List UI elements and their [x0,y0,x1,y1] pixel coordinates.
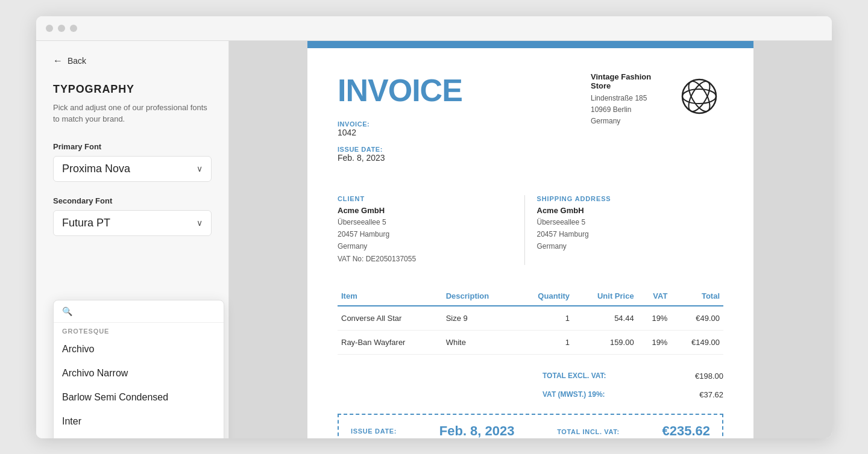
browser-window: ← Back TYPOGRAPHY Pick and adjust one of… [36,16,832,438]
shipping-addr3: Germany [537,240,712,252]
total-excl-value: €198.00 [695,372,723,381]
secondary-font-chevron-icon: ∨ [197,218,203,228]
shipping-company: Acme GmbH [537,206,712,215]
primary-font-chevron-icon: ∨ [197,164,203,173]
client-addr3: Germany [338,240,512,252]
font-option-archivo[interactable]: Archivo [54,337,224,361]
secondary-font-value: Futura PT [62,217,110,229]
company-address-line1: Lindenstraße 185 [591,93,663,104]
row2-desc: White [442,331,516,355]
invoice-table-head: Item Description Quantity Unit Price VAT… [338,287,723,306]
font-option-archivo-narrow[interactable]: Archivo Narrow [54,361,224,385]
shipping-address-block: SHIPPING ADDRESS Acme GmbH Überseeallee … [524,195,724,266]
row2-vat: 19% [638,331,671,355]
client-company: Acme GmbH [338,206,512,215]
col-unit-price: Unit Price [573,287,638,306]
total-excl-label: TOTAL EXCL. VAT: [542,372,606,381]
footer-date: Feb. 8, 2023 [439,423,515,438]
font-option-barlow[interactable]: Barlow Semi Condensed [54,385,224,409]
col-vat: VAT [638,287,671,306]
section-desc: Pick and adjust one of our professional … [53,102,212,125]
table-header-row: Item Description Quantity Unit Price VAT… [338,287,723,306]
issue-date-label: ISSUE DATE: [338,146,579,153]
invoice-table-body: Converse All Star Size 9 1 54.44 19% €49… [338,306,723,355]
vat-value: €37.62 [699,390,723,399]
primary-font-select[interactable]: Proxima Nova ∨ [53,156,212,182]
secondary-font-label: Secondary Font [53,196,212,205]
company-address-line3: Germany [591,116,663,127]
invoice-header-center: Vintage Fashion Store Lindenstraße 185 1… [579,72,675,128]
font-dropdown: 🔍 GROTESQUE Archivo Archivo Narrow Barlo… [53,300,224,438]
primary-font-value: Proxima Nova [62,163,130,175]
client-address-detail: Überseeallee 5 20457 Hamburg Germany VAT… [338,216,512,266]
search-icon: 🔍 [62,306,72,316]
font-option-karla[interactable]: Karla [54,434,224,438]
vat-row: VAT (MWST.) 19%: €37.62 [542,385,723,404]
invoice-addresses: CLIENT Acme GmbH Überseeallee 5 20457 Ha… [338,195,723,266]
client-addr1: Überseeallee 5 [338,216,512,228]
invoice-container: INVOICE INVOICE: 1042 ISSUE DATE: Feb. 8… [307,41,753,438]
company-name: Vintage Fashion Store [591,72,663,90]
row1-total: €49.00 [671,306,723,331]
table-row: Converse All Star Size 9 1 54.44 19% €49… [338,306,723,331]
secondary-font-select[interactable]: Futura PT ∨ [53,210,212,236]
invoice-totals: TOTAL EXCL. VAT: €198.00 VAT (MWST.) 19%… [338,367,723,404]
browser-chrome [36,16,832,41]
browser-dot-yellow [58,25,65,32]
col-description: Description [442,287,516,306]
dropdown-search-input[interactable] [77,306,215,316]
client-label: CLIENT [338,195,512,202]
row1-desc: Size 9 [442,306,516,331]
back-button[interactable]: ← Back [53,55,212,66]
browser-body: ← Back TYPOGRAPHY Pick and adjust one of… [36,41,832,438]
right-panel: INVOICE INVOICE: 1042 ISSUE DATE: Feb. 8… [229,41,832,438]
row2-total: €149.00 [671,331,723,355]
row1-vat: 19% [638,306,671,331]
footer-total-label: TOTAL INCL. VAT: [557,428,620,435]
row2-price: 159.00 [573,331,638,355]
company-address-line2: 10969 Berlin [591,104,663,116]
shipping-addr1: Überseeallee 5 [537,216,712,228]
invoice-paper: INVOICE INVOICE: 1042 ISSUE DATE: Feb. 8… [307,48,753,438]
invoice-number-label: INVOICE: [338,120,579,128]
row1-qty: 1 [516,306,573,331]
section-title: TYPOGRAPHY [53,83,212,96]
client-addr2: 20457 Hamburg [338,228,512,240]
company-address: Lindenstraße 185 10969 Berlin Germany [591,93,663,128]
browser-dot-green [70,25,77,32]
back-arrow-icon: ← [53,55,63,66]
primary-font-label: Primary Font [53,142,212,151]
invoice-number: 1042 [338,128,579,137]
footer-total-section: TOTAL INCL. VAT: [557,426,620,437]
company-logo [675,72,723,120]
table-row: Ray-Ban Wayfarer White 1 159.00 19% €149… [338,331,723,355]
row2-qty: 1 [516,331,573,355]
left-panel: ← Back TYPOGRAPHY Pick and adjust one of… [36,41,229,438]
dropdown-category-label: GROTESQUE [54,323,224,337]
client-address-block: CLIENT Acme GmbH Überseeallee 5 20457 Ha… [338,195,524,266]
invoice-header-left: INVOICE INVOICE: 1042 ISSUE DATE: Feb. 8… [338,72,579,171]
footer-issue-label: ISSUE DATE: [351,428,397,435]
shipping-address-detail: Überseeallee 5 20457 Hamburg Germany [537,216,712,253]
footer-issue-section: ISSUE DATE: [351,428,397,435]
dropdown-search-container: 🔍 [54,300,224,323]
invoice-blue-bar [307,41,753,48]
col-item: Item [338,287,442,306]
invoice-header: INVOICE INVOICE: 1042 ISSUE DATE: Feb. 8… [338,72,723,171]
col-total: Total [671,287,723,306]
client-vat: VAT No: DE2050137055 [338,253,512,265]
row1-price: 54.44 [573,306,638,331]
shipping-addr2: 20457 Hamburg [537,228,712,240]
issue-date: Feb. 8, 2023 [338,153,579,163]
total-excl-row: TOTAL EXCL. VAT: €198.00 [542,367,723,385]
invoice-table: Item Description Quantity Unit Price VAT… [338,287,723,355]
back-label: Back [68,56,86,66]
invoice-footer-bar: ISSUE DATE: Feb. 8, 2023 TOTAL INCL. VAT… [338,414,723,438]
totals-block: TOTAL EXCL. VAT: €198.00 VAT (MWST.) 19%… [542,367,723,404]
svg-point-1 [682,89,716,104]
row2-item: Ray-Ban Wayfarer [338,331,442,355]
browser-dot-red [46,25,53,32]
footer-total-value: €235.62 [662,423,710,438]
vat-label: VAT (MWST.) 19%: [542,390,605,399]
font-option-inter[interactable]: Inter [54,409,224,434]
